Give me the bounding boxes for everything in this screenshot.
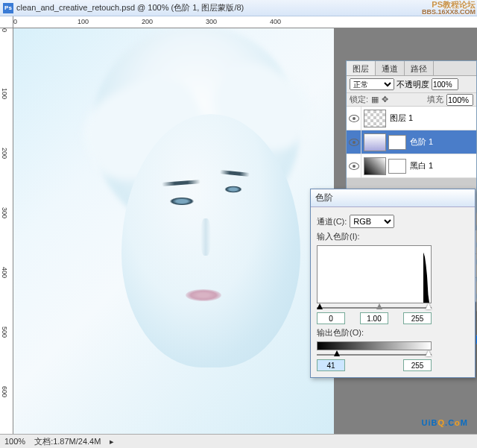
input-levels-label: 输入色阶(I):	[317, 231, 359, 242]
photo-content	[107, 69, 330, 382]
gamma-slider[interactable]	[376, 303, 382, 309]
output-black-field[interactable]	[317, 359, 345, 371]
output-white-slider[interactable]	[426, 350, 432, 356]
output-levels-label: 输出色阶(O):	[317, 327, 364, 338]
watermark-top: PS教程论坛 BBS.16XX8.COM	[422, 0, 476, 16]
layer-name: 黑白 1	[408, 160, 476, 171]
workspace: 0100200300400 0100200300400500600 图层 通道 …	[0, 16, 477, 434]
lock-position-icon[interactable]: ✥	[382, 95, 388, 104]
visibility-icon[interactable]	[349, 139, 359, 146]
white-point-slider[interactable]	[426, 303, 432, 309]
layer-thumbnail[interactable]	[364, 157, 386, 175]
output-black-slider[interactable]	[334, 350, 340, 356]
output-slider[interactable]	[317, 352, 432, 358]
watermark-bottom: UiBQ.CoM	[422, 411, 468, 430]
ruler-horizontal[interactable]: 0100200300400	[13, 16, 477, 28]
zoom-level[interactable]: 100%	[4, 437, 25, 446]
dialog-titlebar[interactable]: 色阶	[311, 189, 475, 207]
input-slider[interactable]	[317, 305, 432, 311]
statusbar: 100% 文档:1.87M/24.4M ▸	[0, 434, 477, 448]
lock-label: 锁定:	[350, 94, 368, 105]
histogram	[317, 245, 432, 303]
fill-input[interactable]	[446, 94, 473, 106]
input-gamma-field[interactable]	[360, 312, 388, 324]
doc-size: 文档:1.87M/24.4M	[34, 436, 101, 447]
panel-tabs: 图层 通道 路径	[347, 61, 476, 76]
document-title: clean_and_creative_retouch.psd @ 100% (色…	[16, 2, 244, 13]
layer-thumbnail[interactable]	[364, 133, 386, 151]
output-gradient	[317, 341, 432, 350]
input-black-field[interactable]	[317, 312, 345, 324]
opacity-label: 不透明度	[397, 79, 429, 90]
blend-mode-select[interactable]: 正常	[350, 78, 394, 90]
layer-row[interactable]: 图层 1	[347, 107, 476, 130]
levels-dialog: 色阶 通道(C): RGB 输入色阶(I): 输出色阶(O):	[310, 189, 476, 378]
channel-select[interactable]: RGB	[350, 215, 394, 228]
ruler-corner	[0, 16, 13, 28]
layer-mask-thumbnail[interactable]	[388, 159, 406, 174]
layer-name: 图层 1	[388, 113, 476, 124]
output-white-field[interactable]	[403, 359, 432, 371]
layer-row[interactable]: 色阶 1	[347, 130, 476, 154]
input-white-field[interactable]	[403, 312, 432, 324]
black-point-slider[interactable]	[317, 303, 323, 309]
window-titlebar: Ps clean_and_creative_retouch.psd @ 100%…	[0, 0, 477, 16]
statusbar-arrow-icon[interactable]: ▸	[110, 437, 114, 447]
layer-row[interactable]: 黑白 1	[347, 154, 476, 178]
visibility-icon[interactable]	[349, 163, 359, 170]
layer-thumbnail[interactable]	[364, 110, 386, 127]
fill-label: 填充	[427, 94, 443, 105]
layer-name: 色阶 1	[408, 136, 476, 148]
canvas[interactable]	[13, 28, 334, 434]
visibility-icon[interactable]	[349, 115, 359, 122]
channel-label: 通道(C):	[317, 216, 347, 227]
lock-pixels-icon[interactable]: ▦	[371, 95, 379, 104]
opacity-input[interactable]	[432, 78, 458, 90]
ruler-vertical[interactable]: 0100200300400500600	[0, 28, 13, 434]
tab-channels[interactable]: 通道	[376, 61, 405, 75]
app-icon: Ps	[3, 3, 13, 13]
tab-layers[interactable]: 图层	[347, 61, 376, 75]
tab-paths[interactable]: 路径	[405, 61, 434, 75]
layer-mask-thumbnail[interactable]	[388, 135, 406, 150]
